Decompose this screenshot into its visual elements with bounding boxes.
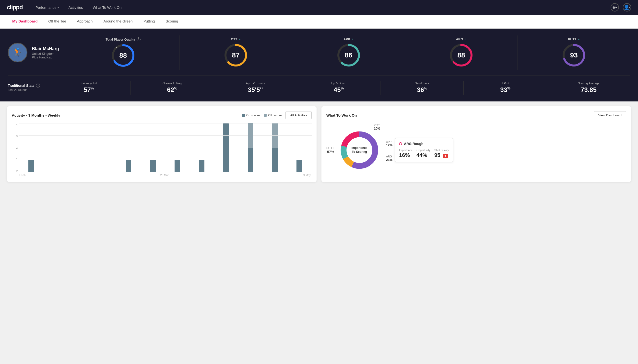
nav-link-activities[interactable]: Activities	[68, 4, 84, 12]
tab-scoring[interactable]: Scoring	[160, 15, 183, 28]
stat-fairways-hit: Fairways Hit 57%	[47, 81, 130, 94]
x-labels: 7 Feb 28 Mar 9 May	[12, 174, 312, 176]
traditional-stats-section: Traditional Stats ? Last 20 rounds Fairw…	[8, 76, 630, 94]
player-country: United Kingdom	[32, 52, 59, 56]
x-label-may: 9 May	[303, 174, 311, 176]
y-label-3: 3	[12, 135, 19, 138]
avatar: 🏌️	[8, 43, 28, 62]
bar-off-course-10	[248, 123, 253, 148]
arg-label: ARG	[456, 38, 463, 41]
activity-chart-title: Activity - 3 Months - Weekly	[12, 113, 60, 117]
view-dashboard-button[interactable]: View Dashboard	[594, 111, 626, 119]
shot-quality-stat: Shot Quality 95 ▼	[434, 149, 449, 158]
on-course-dot	[242, 114, 245, 117]
what-to-work-on-panel: What To Work On View Dashboard PUTT 57%	[321, 106, 631, 182]
chart-legend: On course Off course	[242, 114, 282, 117]
nav-link-performance[interactable]: Performance	[35, 4, 60, 12]
info-card-dot-icon	[399, 142, 402, 145]
stat-app-proximity: App. Proximity 35'5"	[214, 81, 297, 94]
shot-quality-badge: ▼	[443, 154, 448, 158]
stat-items: Fairways Hit 57% Greens In Reg 62% App. …	[47, 81, 630, 94]
stat-one-putt: 1 Putt 33%	[464, 81, 547, 94]
arg-score-block: ARG ↗ 88	[405, 36, 518, 70]
tab-around-the-green[interactable]: Around the Green	[98, 15, 138, 28]
bars-area	[19, 123, 312, 172]
bar-on-course-10b	[248, 148, 253, 172]
stat-up-and-down: Up & Down 45%	[297, 81, 380, 94]
trad-help-icon[interactable]: ?	[36, 84, 40, 88]
total-score-gauge: 88	[111, 43, 135, 68]
add-button[interactable]: ⊕ ▾	[610, 3, 619, 12]
tab-off-the-tee[interactable]: Off the Tee	[43, 15, 72, 28]
x-label-feb: 7 Feb	[19, 174, 26, 176]
what-to-work-on-header: What To Work On View Dashboard	[326, 111, 626, 119]
info-card: ARG Rough Importance 16% Opportunity 44%…	[395, 138, 453, 162]
grid-line-4	[19, 123, 312, 124]
bar-on-course-7	[174, 160, 180, 172]
arg-score-value: 88	[457, 51, 465, 59]
putt-gauge: 93	[562, 43, 586, 68]
opportunity-stat: Opportunity 44%	[416, 149, 431, 158]
bar-chart: 0 1 2 3 4	[12, 123, 312, 176]
y-label-4: 4	[12, 123, 19, 126]
bar-on-course-8	[199, 160, 204, 172]
tab-approach[interactable]: Approach	[72, 15, 98, 28]
donut-label-ott: OTT 10%	[374, 124, 380, 130]
traditional-stats-label: Traditional Stats ? Last 20 rounds	[8, 84, 47, 92]
tab-my-dashboard[interactable]: My Dashboard	[7, 15, 43, 28]
total-score-value: 88	[119, 52, 127, 60]
hero-top: 🏌️ Blair McHarg United Kingdom Plus Hand…	[8, 36, 630, 76]
donut-with-labels: PUTT 57%	[326, 123, 390, 177]
user-menu-button[interactable]: 👤 ▾	[623, 3, 631, 12]
grid-line-0	[19, 172, 312, 172]
app-gauge: 86	[336, 43, 361, 68]
putt-score-value: 93	[570, 51, 578, 59]
trad-stats-sublabel: Last 20 rounds	[8, 88, 47, 92]
ott-trend-icon: ↗	[238, 38, 241, 41]
legend-on-course: On course	[242, 114, 260, 117]
importance-stat: Importance 16%	[399, 149, 412, 158]
help-icon[interactable]: ?	[137, 38, 140, 41]
ott-gauge: 87	[224, 43, 248, 68]
arg-trend-icon: ↗	[464, 38, 466, 41]
ott-score-value: 87	[232, 51, 240, 59]
total-quality-label: Total Player Quality	[106, 38, 135, 41]
app-score-value: 86	[345, 51, 352, 59]
y-label-1: 1	[12, 158, 19, 160]
stat-sand-save: Sand Save 36%	[380, 81, 464, 94]
x-label-mar: 28 Mar	[160, 174, 168, 176]
grid-line-3	[19, 136, 312, 136]
nav-link-what-to-work-on[interactable]: What To Work On	[92, 4, 123, 12]
logo[interactable]: clippd	[7, 4, 23, 11]
off-course-dot	[264, 114, 267, 117]
stat-greens-in-reg: Greens In Reg 62%	[130, 81, 214, 94]
tab-putting[interactable]: Putting	[138, 15, 160, 28]
ott-score-block: OTT ↗ 87	[179, 36, 292, 70]
player-info: 🏌️ Blair McHarg United Kingdom Plus Hand…	[8, 43, 59, 62]
donut-svg-container: Importance To Scoring OTT 10% APP 12%	[339, 126, 380, 174]
y-label-2: 2	[12, 146, 19, 149]
donut-section: PUTT 57%	[326, 123, 626, 177]
putt-trend-icon: ↗	[577, 38, 580, 41]
bar-stacked-10	[248, 123, 253, 172]
trad-stats-title: Traditional Stats	[8, 84, 35, 88]
grid-line-2	[19, 148, 312, 148]
what-to-work-on-title: What To Work On	[326, 113, 357, 117]
bar-on-course-1	[28, 160, 34, 172]
putt-score-block: PUTT ↗ 93	[518, 36, 630, 70]
scores-section: Total Player Quality ? 88 OTT ↗	[67, 36, 630, 70]
legend-off-course: Off course	[264, 114, 282, 117]
activity-chart-panel: Activity - 3 Months - Weekly On course O…	[7, 106, 317, 182]
bar-on-course-6	[150, 160, 156, 172]
player-name: Blair McHarg	[32, 46, 59, 51]
app-label: APP	[343, 38, 350, 41]
bar-on-course-5	[126, 160, 131, 172]
bottom-panels: Activity - 3 Months - Weekly On course O…	[0, 102, 638, 187]
hero-section: 🏌️ Blair McHarg United Kingdom Plus Hand…	[0, 28, 638, 102]
putt-label: PUTT	[568, 38, 576, 41]
all-activities-button[interactable]: All Activities	[285, 111, 312, 119]
bar-on-course-12	[297, 160, 302, 172]
app-score-block: APP ↗ 86	[292, 36, 405, 70]
player-details: Blair McHarg United Kingdom Plus Handica…	[32, 46, 59, 59]
navbar: clippd Performance Activities What To Wo…	[0, 0, 638, 15]
